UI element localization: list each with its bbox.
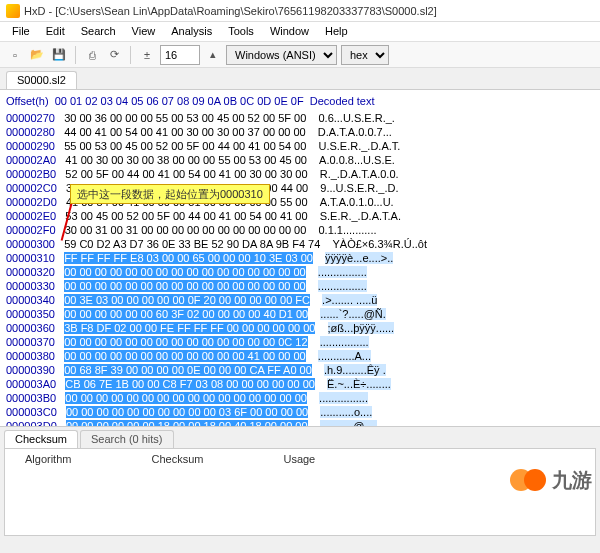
window-title: HxD - [C:\Users\Sean Lin\AppData\Roaming…	[24, 5, 437, 17]
hex-row[interactable]: 000002F0 30 00 31 00 31 00 00 00 00 00 0…	[6, 223, 594, 237]
menu-help[interactable]: Help	[317, 23, 356, 40]
refresh-icon[interactable]: ⟳	[105, 46, 123, 64]
results-tab[interactable]: Checksum	[4, 430, 78, 448]
results-label: Results	[0, 455, 2, 488]
hex-row[interactable]: 00000320 00 00 00 00 00 00 00 00 00 00 0…	[6, 265, 594, 279]
title-bar: HxD - [C:\Users\Sean Lin\AppData\Roaming…	[0, 0, 600, 22]
save-icon[interactable]: 💾	[50, 46, 68, 64]
hex-editor-view[interactable]: Offset(h) 00 01 02 03 04 05 06 07 08 09 …	[0, 90, 600, 426]
results-tab-bar: ChecksumSearch (0 hits)	[0, 426, 600, 448]
hex-row[interactable]: 000003B0 00 00 00 00 00 00 00 00 00 00 0…	[6, 391, 594, 405]
watermark-logo: 九游	[510, 462, 592, 498]
menu-edit[interactable]: Edit	[38, 23, 73, 40]
menu-tools[interactable]: Tools	[220, 23, 262, 40]
encoding-select[interactable]: Windows (ANSI)	[226, 45, 337, 65]
menu-file[interactable]: File	[4, 23, 38, 40]
toolbar: ▫ 📂 💾 ⎙ ⟳ ± ▴ Windows (ANSI) hex	[0, 42, 600, 68]
menu-search[interactable]: Search	[73, 23, 124, 40]
results-tab[interactable]: Search (0 hits)	[80, 430, 174, 448]
column-header[interactable]: Algorithm	[25, 453, 71, 531]
hex-row[interactable]: 000002B0 52 00 5F 00 44 00 41 00 54 00 4…	[6, 167, 594, 181]
hex-row[interactable]: 00000340 00 3E 03 00 00 00 00 00 0F 20 0…	[6, 293, 594, 307]
results-column-headers: AlgorithmChecksumUsage	[4, 448, 596, 536]
stepper-icon[interactable]: ▴	[204, 46, 222, 64]
hex-row[interactable]: 00000270 30 00 36 00 00 00 55 00 53 00 4…	[6, 111, 594, 125]
menu-view[interactable]: View	[124, 23, 164, 40]
hex-row[interactable]: 00000380 00 00 00 00 00 00 00 00 00 00 0…	[6, 349, 594, 363]
document-tab-bar: S0000.sl2	[0, 68, 600, 90]
hex-row[interactable]: 000003A0 CB 06 7E 1B 00 00 C8 F7 03 08 0…	[6, 377, 594, 391]
hex-row[interactable]: 00000370 00 00 00 00 00 00 00 00 00 00 0…	[6, 335, 594, 349]
hex-row[interactable]: 00000310 FF FF FF FF E8 03 00 00 65 00 0…	[6, 251, 594, 265]
menu-analysis[interactable]: Analysis	[163, 23, 220, 40]
hex-row[interactable]: 00000300 59 C0 D2 A3 D7 36 0E 33 BE 52 9…	[6, 237, 594, 251]
menu-bar: FileEditSearchViewAnalysisToolsWindowHel…	[0, 22, 600, 42]
column-header[interactable]: Checksum	[151, 453, 203, 531]
open-folder-icon[interactable]: 📂	[28, 46, 46, 64]
app-icon	[6, 4, 20, 18]
bytes-per-row-input[interactable]	[160, 45, 200, 65]
jiuyou-icon	[510, 462, 546, 498]
separator	[75, 46, 76, 64]
new-file-icon[interactable]: ▫	[6, 46, 24, 64]
menu-window[interactable]: Window	[262, 23, 317, 40]
hex-row[interactable]: 000003D0 00 00 00 00 00 00 18 00 00 18 0…	[6, 419, 594, 426]
hex-row[interactable]: 000003C0 00 00 00 00 00 00 00 00 00 00 0…	[6, 405, 594, 419]
watermark-text: 九游	[552, 467, 592, 494]
hex-row[interactable]: 00000350 00 00 00 00 00 00 60 3F 02 00 0…	[6, 307, 594, 321]
annotation-callout: 选中这一段数据，起始位置为0000310	[70, 184, 270, 204]
hex-header: Offset(h) 00 01 02 03 04 05 06 07 08 09 …	[6, 94, 594, 108]
separator	[130, 46, 131, 64]
hex-row[interactable]: 00000330 00 00 00 00 00 00 00 00 00 00 0…	[6, 279, 594, 293]
hex-row[interactable]: 000002A0 41 00 30 00 30 00 38 00 00 00 5…	[6, 153, 594, 167]
hex-row[interactable]: 00000280 44 00 41 00 54 00 41 00 30 00 3…	[6, 125, 594, 139]
column-header[interactable]: Usage	[283, 453, 315, 531]
hex-row[interactable]: 00000360 3B F8 DF 02 00 00 FE FF FF FF 0…	[6, 321, 594, 335]
document-tab[interactable]: S0000.sl2	[6, 71, 77, 89]
hex-row[interactable]: 000002E0 53 00 45 00 52 00 5F 00 44 00 4…	[6, 209, 594, 223]
hex-row[interactable]: 00000390 00 68 8F 39 00 00 00 00 0E 00 0…	[6, 363, 594, 377]
plus-minus-icon[interactable]: ±	[138, 46, 156, 64]
display-select[interactable]: hex	[341, 45, 389, 65]
hex-row[interactable]: 00000290 55 00 53 00 45 00 52 00 5F 00 4…	[6, 139, 594, 153]
device-icon[interactable]: ⎙	[83, 46, 101, 64]
